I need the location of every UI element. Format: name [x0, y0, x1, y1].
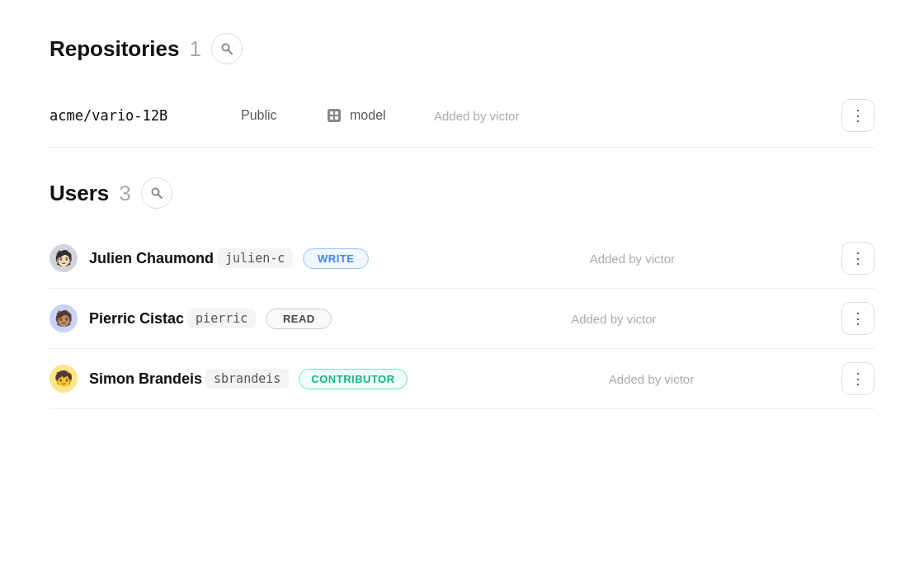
user-fullname: Julien Chaumond	[89, 250, 214, 267]
user-more-button[interactable]: ⋮	[842, 242, 874, 275]
user-added-by: Added by victor	[571, 312, 810, 326]
users-header: Users 3	[50, 177, 874, 209]
user-role-badge: READ	[266, 309, 332, 329]
user-fullname: Simon Brandeis	[89, 370, 202, 388]
user-avatar: 🧒	[50, 365, 78, 393]
svg-rect-2	[328, 109, 341, 122]
model-icon	[325, 106, 343, 125]
svg-rect-6	[335, 116, 338, 120]
user-avatar: 🧑🏻	[50, 244, 78, 272]
repo-type-label: model	[350, 108, 386, 123]
repo-type: model	[325, 106, 408, 125]
user-row: 🧒 Simon Brandeis sbrandeis CONTRIBUTOR A…	[50, 349, 874, 409]
more-options-icon: ⋮	[851, 309, 866, 328]
users-section: Users 3 🧑🏻 Julien Chaumond julien-c WRIT…	[50, 177, 874, 409]
repositories-title: Repositories	[50, 36, 180, 62]
repo-added-by: Added by victor	[434, 109, 795, 123]
repositories-count: 1	[190, 36, 201, 62]
repo-visibility: Public	[241, 108, 299, 123]
more-options-icon: ⋮	[851, 370, 866, 388]
search-icon	[150, 186, 163, 200]
repo-more-button[interactable]: ⋮	[842, 99, 874, 132]
user-role-badge: WRITE	[303, 248, 369, 269]
repo-name: acme/vario-12B	[50, 107, 214, 124]
users-count: 3	[119, 181, 130, 206]
user-role-badge: CONTRIBUTOR	[299, 369, 407, 389]
svg-rect-4	[335, 111, 338, 115]
user-username: julien-c	[217, 248, 293, 268]
repositories-header: Repositories 1	[50, 33, 874, 64]
svg-line-1	[229, 50, 232, 54]
user-more-button[interactable]: ⋮	[842, 302, 874, 335]
user-list: 🧑🏻 Julien Chaumond julien-c WRITE Added …	[50, 229, 874, 409]
user-username: pierric	[187, 309, 256, 328]
user-row: 🧑🏽 Pierric Cistac pierric READ Added by …	[50, 289, 874, 349]
user-more-button[interactable]: ⋮	[842, 362, 874, 395]
repositories-search-button[interactable]	[211, 33, 243, 64]
user-info: Pierric Cistac pierric READ Added by vic…	[89, 309, 830, 329]
users-title: Users	[50, 181, 109, 206]
svg-rect-3	[330, 111, 333, 115]
svg-rect-5	[330, 116, 333, 120]
svg-line-8	[158, 195, 162, 198]
repository-row: acme/vario-12B Public model Added by vic…	[50, 84, 874, 148]
user-added-by: Added by victor	[590, 252, 810, 266]
repositories-section: Repositories 1 acme/vario-12B Public mod…	[50, 33, 874, 148]
more-options-icon: ⋮	[851, 249, 866, 267]
search-icon	[220, 42, 233, 55]
user-added-by: Added by victor	[609, 372, 810, 386]
user-avatar: 🧑🏽	[50, 304, 78, 332]
more-options-icon: ⋮	[851, 106, 866, 125]
user-info: Julien Chaumond julien-c WRITE Added by …	[89, 248, 830, 269]
user-info: Simon Brandeis sbrandeis CONTRIBUTOR Add…	[89, 369, 830, 389]
user-username: sbrandeis	[205, 369, 289, 389]
user-fullname: Pierric Cistac	[89, 310, 184, 328]
user-row: 🧑🏻 Julien Chaumond julien-c WRITE Added …	[50, 229, 874, 289]
users-search-button[interactable]	[141, 177, 172, 209]
